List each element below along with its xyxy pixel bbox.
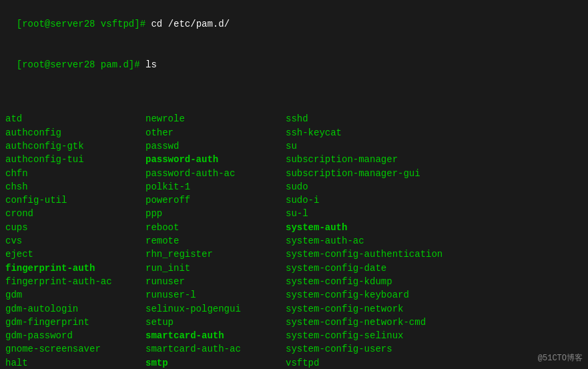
ls-item: gdm-autologin (5, 302, 145, 316)
ls-item: fingerprint-auth (5, 262, 145, 275)
ls-item: sshd (286, 112, 586, 125)
ls-item: system-config-date (286, 262, 586, 275)
ls-item: config-util (5, 194, 145, 207)
ls-item: remote (145, 234, 286, 248)
ls-item: rhn_register (145, 248, 286, 261)
ls-item: passwd (145, 139, 286, 153)
ls-item: selinux-polgengui (145, 302, 286, 316)
ls-item: system-config-kdump (286, 275, 586, 288)
line1-cmd: cd /etc/pam.d/ (151, 19, 230, 29)
ls-item: polkit-1 (145, 180, 286, 194)
ls-item: poweroff (145, 194, 286, 207)
ls-output: atdnewrolesshdauthconfigotherssh-keycata… (5, 112, 583, 369)
ls-item: system-auth-ac (286, 234, 586, 248)
ls-item: other (145, 126, 286, 139)
ls-item: system-auth (286, 221, 586, 234)
ls-item: su-l (286, 207, 586, 220)
ls-item: password-auth-ac (145, 167, 286, 180)
ls-item: subscription-manager (286, 153, 586, 166)
ls-item: system-config-selinux (286, 329, 586, 342)
ls-item: chsh (5, 180, 145, 194)
ls-item: cvs (5, 234, 145, 248)
ls-item: cups (5, 221, 145, 234)
ls-item: subscription-manager-gui (286, 167, 586, 180)
ls-item: smtp (145, 356, 286, 369)
ls-item: system-config-keyboard (286, 288, 586, 302)
ls-item: run_init (145, 262, 286, 275)
ls-item: system-config-network-cmd (286, 316, 586, 329)
ls-item: eject (5, 248, 145, 261)
ls-item: runuser (145, 275, 286, 288)
ls-item: gnome-screensaver (5, 342, 145, 356)
line2-prompt: [root@server28 pam.d]# (17, 59, 145, 70)
ls-item: gdm (5, 288, 145, 302)
ls-item: smartcard-auth-ac (145, 342, 286, 356)
ls-item: system-config-authentication (286, 248, 586, 261)
ls-item: sudo-i (286, 194, 586, 207)
line2-cmd: ls (145, 59, 157, 70)
ls-item: ppp (145, 207, 286, 220)
ls-item: gdm-password (5, 329, 145, 342)
ls-item: runuser-l (145, 288, 286, 302)
ls-item: authconfig (5, 126, 145, 139)
ls-item: fingerprint-auth-ac (5, 275, 145, 288)
terminal-window: [root@server28 vsftpd]# cd /etc/pam.d/ [… (0, 0, 588, 369)
ls-item: system-config-network (286, 302, 586, 316)
ls-item: password-auth (145, 153, 286, 166)
ls-item: smartcard-auth (145, 329, 286, 342)
ls-item: halt (5, 356, 145, 369)
ls-item: chfn (5, 167, 145, 180)
ls-item: gdm-fingerprint (5, 316, 145, 329)
ls-item: crond (5, 207, 145, 220)
ls-item: setup (145, 316, 286, 329)
watermark: @51CTO博客 (538, 352, 583, 364)
ls-item: atd (5, 112, 145, 125)
ls-item: su (286, 139, 586, 153)
ls-item: reboot (145, 221, 286, 234)
line1-prompt: [root@server28 vsftpd]# (17, 19, 152, 29)
ls-item: authconfig-tui (5, 153, 145, 166)
ls-item: newrole (145, 112, 286, 125)
ls-item: authconfig-gtk (5, 139, 145, 153)
ls-item: ssh-keycat (286, 126, 586, 139)
ls-item: sudo (286, 180, 586, 194)
